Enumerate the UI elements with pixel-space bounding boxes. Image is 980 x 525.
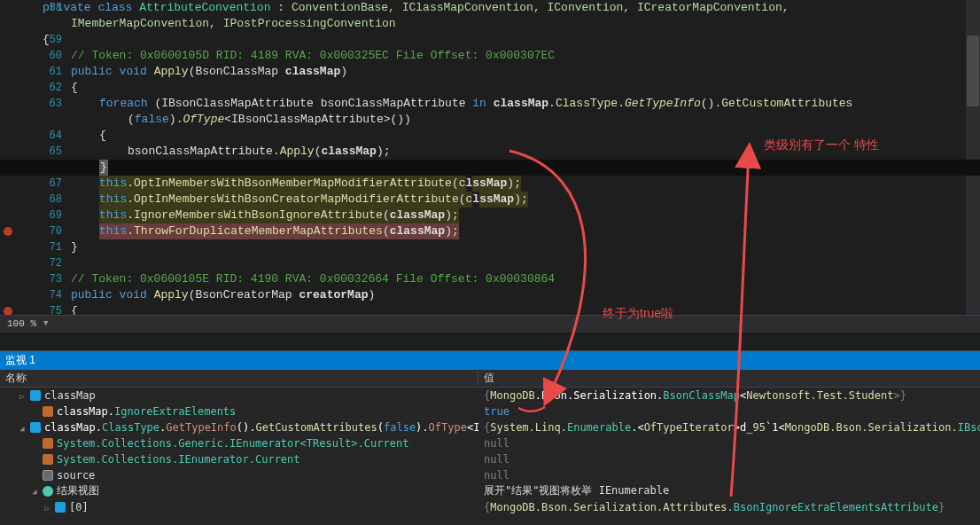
line-number: 69: [27, 208, 62, 223]
watch-row[interactable]: classMap.IgnoreExtraElementstrue: [0, 404, 980, 419]
line-number: 59: [27, 32, 62, 48]
watch-header: 名称 值: [0, 370, 980, 388]
line-number: 58: [27, 0, 62, 16]
breakpoint-icon[interactable]: [4, 227, 12, 236]
watch-panel[interactable]: 监视 1 名称 值 ▷classMap{MongoDB.Bson.Seriali…: [0, 350, 980, 525]
expand-icon[interactable]: ▷: [43, 504, 51, 513]
line-number: 73: [27, 271, 62, 287]
source-icon: [43, 470, 53, 481]
code-editor[interactable]: 58private class AttributeConvention : Co…: [0, 0, 980, 333]
editor-status-bar: 100 %▼: [0, 315, 980, 333]
watch-row[interactable]: System.Collections.IEnumerator.Currentnu…: [0, 451, 980, 467]
line-number: 70: [27, 223, 62, 239]
watch-col-value[interactable]: 值: [478, 371, 980, 386]
line-number: 72: [27, 255, 62, 271]
cursor-position: }: [99, 160, 108, 176]
expand-icon[interactable]: ◢: [18, 424, 27, 433]
watch-row[interactable]: ▷classMap{MongoDB.Bson.Serialization.Bso…: [0, 388, 980, 404]
watch-row[interactable]: System.Collections.Generic.IEnumerator<T…: [0, 435, 980, 451]
line-number: 64: [27, 128, 62, 144]
prop-icon: [43, 438, 53, 449]
watch-rows[interactable]: ▷classMap{MongoDB.Bson.Serialization.Bso…: [0, 388, 980, 515]
line-number: 61: [27, 64, 62, 80]
watch-row[interactable]: ◢classMap.ClassType.GetTypeInfo().GetCus…: [0, 419, 980, 435]
watch-row[interactable]: sourcenull: [0, 467, 980, 483]
obj-icon: [30, 390, 41, 401]
obj-icon: [30, 422, 41, 433]
watch-row[interactable]: ◢结果视图展开"结果"视图将枚举 IEnumerable: [0, 483, 980, 499]
watch-col-name[interactable]: 名称: [0, 371, 478, 386]
line-number: 74: [27, 287, 62, 303]
line-number: 68: [27, 192, 62, 208]
line-number: 62: [27, 80, 62, 96]
scrollbar-thumb[interactable]: [967, 35, 979, 106]
line-number: 67: [27, 176, 62, 192]
expand-icon[interactable]: ◢: [30, 487, 39, 496]
watch-row[interactable]: ▷[0]{MongoDB.Bson.Serialization.Attribut…: [0, 499, 980, 515]
watch-panel-title: 监视 1: [0, 351, 980, 370]
chevron-down-icon[interactable]: ▼: [43, 319, 48, 328]
obj-icon: [55, 502, 66, 513]
res-icon: [43, 486, 53, 497]
line-number: 63: [27, 96, 62, 112]
prop-icon: [43, 406, 53, 417]
zoom-level[interactable]: 100 %: [0, 316, 43, 332]
expand-icon[interactable]: ▷: [18, 392, 27, 401]
prop-icon: [43, 454, 53, 465]
line-number: 65: [27, 144, 62, 160]
line-number: 71: [27, 239, 62, 255]
line-number: 60: [27, 48, 62, 64]
